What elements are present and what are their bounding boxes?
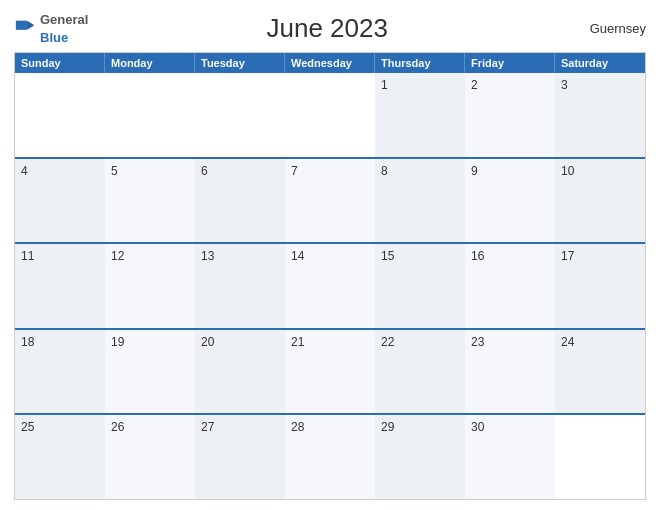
day-number: 26	[111, 420, 124, 434]
week-row-2: 11121314151617	[15, 242, 645, 328]
day-number: 20	[201, 335, 214, 349]
location: Guernsey	[566, 21, 646, 36]
svg-marker-0	[16, 21, 27, 30]
cal-cell: 14	[285, 244, 375, 328]
cal-cell: 9	[465, 159, 555, 243]
day-number: 9	[471, 164, 478, 178]
cal-cell: 25	[15, 415, 105, 499]
day-number: 17	[561, 249, 574, 263]
week-row-1: 45678910	[15, 157, 645, 243]
cal-cell: 8	[375, 159, 465, 243]
calendar-title: June 2023	[88, 13, 566, 44]
cal-cell	[15, 73, 105, 157]
cal-cell: 2	[465, 73, 555, 157]
day-number: 30	[471, 420, 484, 434]
cal-cell	[195, 73, 285, 157]
cal-cell: 21	[285, 330, 375, 414]
cal-cell	[555, 415, 645, 499]
day-number: 29	[381, 420, 394, 434]
header-day-tuesday: Tuesday	[195, 53, 285, 73]
day-number: 14	[291, 249, 304, 263]
cal-cell: 24	[555, 330, 645, 414]
day-number: 7	[291, 164, 298, 178]
cal-cell: 27	[195, 415, 285, 499]
day-number: 13	[201, 249, 214, 263]
cal-cell: 10	[555, 159, 645, 243]
logo-general: General	[40, 12, 88, 27]
cal-cell: 11	[15, 244, 105, 328]
cal-cell: 17	[555, 244, 645, 328]
svg-marker-2	[27, 21, 34, 30]
day-number: 25	[21, 420, 34, 434]
calendar: SundayMondayTuesdayWednesdayThursdayFrid…	[14, 52, 646, 500]
header-day-wednesday: Wednesday	[285, 53, 375, 73]
cal-cell: 5	[105, 159, 195, 243]
day-number: 15	[381, 249, 394, 263]
cal-cell: 1	[375, 73, 465, 157]
header-day-thursday: Thursday	[375, 53, 465, 73]
cal-cell: 6	[195, 159, 285, 243]
day-number: 12	[111, 249, 124, 263]
calendar-header: SundayMondayTuesdayWednesdayThursdayFrid…	[15, 53, 645, 73]
day-number: 23	[471, 335, 484, 349]
cal-cell: 15	[375, 244, 465, 328]
day-number: 16	[471, 249, 484, 263]
header: General Blue June 2023 Guernsey	[14, 10, 646, 46]
day-number: 6	[201, 164, 208, 178]
day-number: 3	[561, 78, 568, 92]
cal-cell: 12	[105, 244, 195, 328]
cal-cell: 18	[15, 330, 105, 414]
header-day-friday: Friday	[465, 53, 555, 73]
page: General Blue June 2023 Guernsey SundayMo…	[0, 0, 660, 510]
header-day-saturday: Saturday	[555, 53, 645, 73]
day-number: 1	[381, 78, 388, 92]
calendar-body: 1234567891011121314151617181920212223242…	[15, 73, 645, 499]
cal-cell: 20	[195, 330, 285, 414]
day-number: 5	[111, 164, 118, 178]
cal-cell: 16	[465, 244, 555, 328]
logo-icon	[14, 17, 36, 39]
week-row-4: 252627282930	[15, 413, 645, 499]
day-number: 22	[381, 335, 394, 349]
cal-cell: 29	[375, 415, 465, 499]
day-number: 19	[111, 335, 124, 349]
cal-cell: 4	[15, 159, 105, 243]
week-row-3: 18192021222324	[15, 328, 645, 414]
cal-cell	[285, 73, 375, 157]
cal-cell: 3	[555, 73, 645, 157]
cal-cell: 19	[105, 330, 195, 414]
day-number: 2	[471, 78, 478, 92]
week-row-0: 123	[15, 73, 645, 157]
day-number: 24	[561, 335, 574, 349]
cal-cell: 30	[465, 415, 555, 499]
cal-cell: 28	[285, 415, 375, 499]
day-number: 27	[201, 420, 214, 434]
cal-cell: 26	[105, 415, 195, 499]
day-number: 18	[21, 335, 34, 349]
cal-cell: 23	[465, 330, 555, 414]
header-day-monday: Monday	[105, 53, 195, 73]
day-number: 11	[21, 249, 34, 263]
day-number: 28	[291, 420, 304, 434]
cal-cell	[105, 73, 195, 157]
cal-cell: 7	[285, 159, 375, 243]
day-number: 4	[21, 164, 28, 178]
cal-cell: 22	[375, 330, 465, 414]
logo-text: General Blue	[40, 10, 88, 46]
day-number: 21	[291, 335, 304, 349]
logo-blue: Blue	[40, 30, 68, 45]
cal-cell: 13	[195, 244, 285, 328]
day-number: 10	[561, 164, 574, 178]
logo: General Blue	[14, 10, 88, 46]
header-day-sunday: Sunday	[15, 53, 105, 73]
day-number: 8	[381, 164, 388, 178]
